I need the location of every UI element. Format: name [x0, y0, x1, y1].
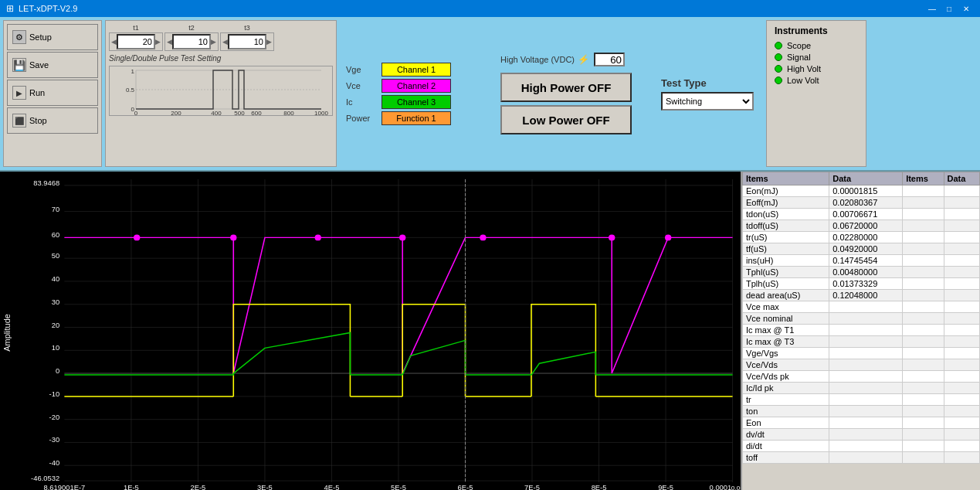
data-cell	[829, 452, 903, 464]
data-cell	[829, 429, 903, 441]
table-row: Vce/Vds pk	[743, 371, 980, 383]
data-cell: 0.00480000	[829, 267, 903, 278]
high-power-button[interactable]: High Power OFF	[500, 73, 632, 102]
svg-point-70	[315, 234, 321, 240]
vce-row: Vce Channel 2	[346, 79, 488, 93]
pulse-section: t1 ◀ ▶ t2 ◀ ▶ t3	[105, 20, 337, 167]
svg-text:-10: -10	[49, 390, 60, 398]
item-cell: di/dt	[743, 441, 829, 452]
data-cell	[829, 359, 903, 371]
item2-cell	[903, 452, 944, 464]
svg-text:500: 500	[234, 110, 245, 117]
data2-cell	[944, 429, 979, 441]
item-cell: dv/dt	[743, 429, 829, 441]
svg-text:5E-5: 5E-5	[391, 484, 406, 490]
setup-button[interactable]: ⚙ Setup	[7, 24, 98, 50]
data2-cell	[944, 209, 979, 220]
minimize-button[interactable]: —	[924, 3, 940, 14]
item2-cell	[903, 336, 944, 348]
table-row: Ic max @ T3	[743, 336, 980, 348]
instruments-section: Instruments Scope Signal High Volt Low V…	[766, 20, 866, 167]
t3-input[interactable]	[228, 34, 266, 49]
item-cell: toff	[743, 452, 829, 464]
table-row: Tphl(uS)0.00480000	[743, 267, 980, 278]
data2-cell	[944, 325, 979, 336]
data2-cell	[944, 383, 979, 394]
ic-channel: Channel 3	[381, 95, 451, 109]
svg-point-71	[399, 234, 405, 240]
highvolt-row: High Volt	[775, 64, 858, 73]
item2-cell	[903, 255, 944, 267]
svg-text:600: 600	[251, 110, 262, 117]
item-cell: tdon(uS)	[743, 209, 829, 220]
highvolt-led	[775, 65, 782, 73]
svg-text:1000: 1000	[314, 110, 328, 117]
svg-text:83.9468: 83.9468	[33, 179, 59, 187]
svg-text:10: 10	[52, 345, 59, 352]
item-cell: Eon	[743, 417, 829, 429]
data-cell	[829, 394, 903, 406]
svg-text:0.5: 0.5	[126, 87, 135, 94]
svg-text:60: 60	[52, 232, 59, 240]
item-cell: tr(uS)	[743, 232, 829, 243]
stop-button[interactable]: ⬛ Stop	[7, 107, 98, 134]
signal-label: Signal	[787, 53, 811, 62]
data-cell	[829, 348, 903, 359]
signal-row: Signal	[775, 53, 858, 62]
table-row: tdoff(uS)0.06720000	[743, 220, 980, 232]
hv-input[interactable]	[594, 53, 625, 66]
vge-row: Vge Channel 1	[346, 63, 488, 77]
svg-text:-46.0532: -46.0532	[31, 475, 59, 482]
item-cell: Vge/Vgs	[743, 348, 829, 359]
item2-cell	[903, 371, 944, 383]
data2-cell	[944, 267, 979, 278]
table-row: Ic/Id pk	[743, 383, 980, 394]
pulse-inputs: t1 ◀ ▶ t2 ◀ ▶ t3	[109, 24, 333, 51]
left-controls: ⚙ Setup 💾 Save ▶ Run ⬛ Stop	[3, 20, 102, 167]
svg-point-69	[230, 234, 236, 240]
data-cell	[829, 383, 903, 394]
t2-group: t2 ◀ ▶	[164, 24, 219, 51]
svg-text:40: 40	[52, 275, 59, 283]
test-type-select[interactable]: Switching Static Thermal	[661, 92, 754, 111]
data2-cell	[944, 197, 979, 209]
data-cell: 0.01373329	[829, 278, 903, 290]
svg-text:8.619001E-7: 8.619001E-7	[44, 484, 86, 490]
run-button[interactable]: ▶ Run	[7, 80, 98, 106]
svg-text:6E-5: 6E-5	[458, 484, 473, 490]
svg-text:8E-5: 8E-5	[592, 484, 607, 490]
col1-header: Items	[743, 172, 829, 185]
item2-cell	[903, 278, 944, 290]
power-label: Power	[346, 114, 377, 123]
item-cell: tf(uS)	[743, 243, 829, 255]
item2-cell	[903, 220, 944, 232]
low-power-button[interactable]: Low Power OFF	[500, 105, 632, 134]
svg-text:0: 0	[56, 367, 59, 375]
data-cell: 0.00001815	[829, 185, 903, 197]
item-cell: Vce/Vds	[743, 359, 829, 371]
save-button[interactable]: 💾 Save	[7, 52, 98, 78]
maximize-button[interactable]: □	[941, 3, 957, 14]
svg-text:200: 200	[171, 110, 181, 117]
data2-cell	[944, 313, 979, 325]
data-cell	[829, 336, 903, 348]
setup-icon: ⚙	[12, 30, 26, 44]
run-icon: ▶	[12, 86, 26, 100]
data-cell: 0.02080367	[829, 197, 903, 209]
table-row: Vge/Vgs	[743, 348, 980, 359]
item-cell: ton	[743, 406, 829, 417]
data-cell	[829, 301, 903, 313]
data-cell: 0.06720000	[829, 220, 903, 232]
data2-cell	[944, 255, 979, 267]
item-cell: Ic max @ T3	[743, 336, 829, 348]
svg-text:0.000011: 0.000011	[731, 485, 741, 490]
chart-area: 83.9468 70 60 50 40 30 20 10 0 -10 -20 -…	[0, 172, 741, 490]
close-button[interactable]: ✕	[958, 3, 974, 14]
t2-input[interactable]	[172, 34, 211, 49]
data2-cell	[944, 371, 979, 383]
svg-text:2E-5: 2E-5	[191, 484, 206, 490]
top-panel: ⚙ Setup 💾 Save ▶ Run ⬛ Stop t1	[0, 17, 980, 172]
t1-input[interactable]	[117, 34, 155, 49]
item-cell: tdoff(uS)	[743, 220, 829, 232]
svg-text:-30: -30	[49, 437, 60, 444]
